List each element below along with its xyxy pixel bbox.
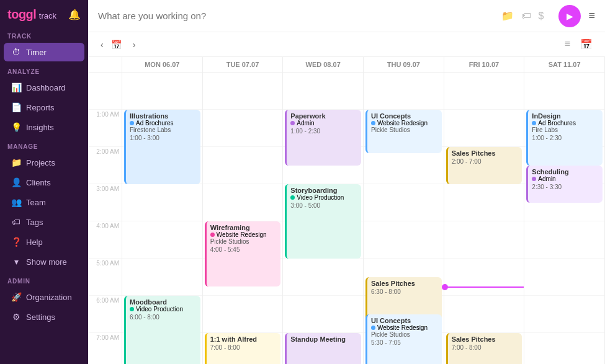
sidebar-item-reports[interactable]: 📄Reports [4,98,84,117]
prev-week-button[interactable]: ‹ [98,38,106,51]
billing-icon[interactable]: $ [539,11,544,22]
sidebar-label-show-more: Show more [26,257,67,267]
section-label-manage: MANAGE [0,137,88,153]
timer-description-input[interactable] [98,11,495,21]
event-e5[interactable]: SchedulingAdmin2:30 - 3:30 [526,166,603,203]
bg-slot-1-0 [203,73,283,110]
event-e12[interactable]: MoodboardVideo Production6:00 - 8:00 [124,296,200,364]
section-label-analyze: ANALYZE [0,62,88,78]
organization-icon: 🚀 [11,292,21,302]
event-e14[interactable]: Standup Meeting [285,333,361,364]
event-project-e4: Ad Brochures [532,120,599,127]
tag-icon[interactable]: 🏷 [521,11,531,22]
sidebar-label-reports: Reports [26,103,55,112]
bg-slot-3-3 [364,184,444,221]
sidebar-item-organization[interactable]: 🚀Organization [4,288,84,306]
time-slot-2: 2:00 AM [88,147,122,184]
event-title-e13: 1:1 with Alfred [210,335,277,343]
sidebar-label-dashboard: Dashboard [26,83,66,92]
event-e7[interactable]: StoryboardingVideo Production3:00 - 5:00 [285,184,361,259]
event-project-e2: Admin [290,120,357,127]
sidebar-label-team: Team [26,198,46,207]
event-e3[interactable]: UI ConceptsWebsite RedesignPickle Studio… [365,110,442,153]
day-col-5: InDesignAd BrochuresFire Labs1:00 - 2:30… [524,73,605,364]
sidebar-label-timer: Timer [26,48,47,57]
calendar-icon: 📅 [111,40,122,50]
more-menu-icon[interactable]: ≡ [588,9,595,22]
bg-slot-1-6 [203,296,283,333]
calendar-grid: MON 06.07TUE 07.07WED 08.07THU 09.07FRI … [88,57,605,364]
bg-slot-4-6 [444,296,524,333]
dashboard-icon: 📊 [11,82,21,92]
event-client-e9: Pickle Studios [371,331,438,338]
sidebar-item-show-more[interactable]: ▾Show more [4,252,84,271]
sidebar-label-help: Help [26,237,43,247]
day-col-2: PaperworkAdmin1:00 - 2:30StoryboardingVi… [283,73,364,364]
sidebar-label-tags: Tags [26,218,43,227]
logo: toggl track [7,7,56,22]
event-title-e1: Illustrations [130,112,197,120]
folder-icon[interactable]: 📁 [501,10,514,22]
event-project-e7: Video Production [290,194,357,201]
sidebar-item-insights[interactable]: 💡Insights [4,118,84,136]
event-time-e2: 1:00 - 2:30 [290,128,357,135]
bg-slot-2-6 [283,296,363,333]
sidebar-item-settings[interactable]: ⚙Settings [4,308,84,326]
bg-slot-5-4 [524,221,604,259]
event-e11[interactable]: Sales Pitches7:00 - 8:00 [446,333,522,364]
event-client-e4: Fire Labs [532,127,599,133]
sidebar-label-insights: Insights [26,123,54,132]
event-e2[interactable]: PaperworkAdmin1:00 - 2:30 [285,110,361,166]
grid-view-button[interactable]: 📅 [578,37,595,51]
list-view-button[interactable]: ≡ [562,37,573,51]
bell-icon[interactable]: 🔔 [68,9,81,20]
team-icon: 👥 [11,197,21,207]
current-time-dot [442,284,448,290]
event-title-e14: Standup Meeting [290,335,357,343]
day-header-1: TUE 07.07 [203,57,284,72]
bg-slot-5-7 [524,333,604,364]
bg-slot-5-5 [524,259,604,296]
event-e9[interactable]: UI ConceptsWebsite RedesignPickle Studio… [365,314,442,364]
event-title-e6: Wireframing [210,224,277,231]
event-time-e12: 6:00 - 8:00 [130,314,197,321]
bg-slot-0-4 [122,221,202,259]
bg-slot-5-6 [524,296,604,333]
next-week-button[interactable]: › [130,38,138,51]
event-e1[interactable]: IllustrationsAd BrochuresFirestone Labs1… [124,110,200,184]
sidebar-item-clients[interactable]: 👤Clients [4,173,84,192]
event-time-e1: 1:00 - 3:00 [130,135,197,141]
event-title-e12: Moodboard [130,298,197,306]
sidebar-item-projects[interactable]: 📁Projects [4,153,84,172]
bg-slot-3-0 [364,73,444,110]
time-slot-6: 6:00 AM [88,296,122,333]
week-navigation: ‹ 📅 › [98,38,138,51]
bg-slot-0-0 [122,73,202,110]
help-icon: ❓ [11,237,21,247]
sidebar-item-team[interactable]: 👥Team [4,193,84,211]
start-timer-button[interactable]: ▶ [558,5,581,27]
event-time-e8: 6:30 - 8:00 [371,288,438,295]
sidebar-item-help[interactable]: ❓Help [4,233,84,251]
event-e10[interactable]: Sales Pitches2:00 - 7:00 [446,147,522,184]
bg-slot-0-3 [122,184,202,221]
event-e13[interactable]: 1:1 with Alfred7:00 - 8:00 [205,333,281,364]
time-grid: 1:00 AM2:00 AM3:00 AM4:00 AM5:00 AM6:00 … [88,73,605,364]
sidebar-item-timer[interactable]: ⏱Timer [4,43,84,61]
sidebar-label-clients: Clients [26,178,51,187]
sidebar-item-tags[interactable]: 🏷Tags [4,213,84,231]
event-e4[interactable]: InDesignAd BrochuresFire Labs1:00 - 2:30 [526,110,603,166]
bg-slot-2-0 [283,73,363,110]
event-project-e6: Website Redesign [210,231,277,238]
topbar-icons: 📁 🏷 $ ▶ ≡ [501,5,595,27]
sidebar-item-dashboard[interactable]: 📊Dashboard [4,78,84,97]
event-e6[interactable]: WireframingWebsite RedesignPickle Studio… [205,221,281,286]
tags-icon: 🏷 [11,217,21,227]
clients-icon: 👤 [11,177,21,187]
event-title-e2: Paperwork [290,112,357,120]
insights-icon: 💡 [11,122,21,132]
view-toggle: ≡ 📅 [562,37,595,51]
sidebar-label-settings: Settings [26,313,55,322]
event-time-e9: 5:30 - 7:05 [371,339,438,346]
timer-icon: ⏱ [11,47,21,57]
